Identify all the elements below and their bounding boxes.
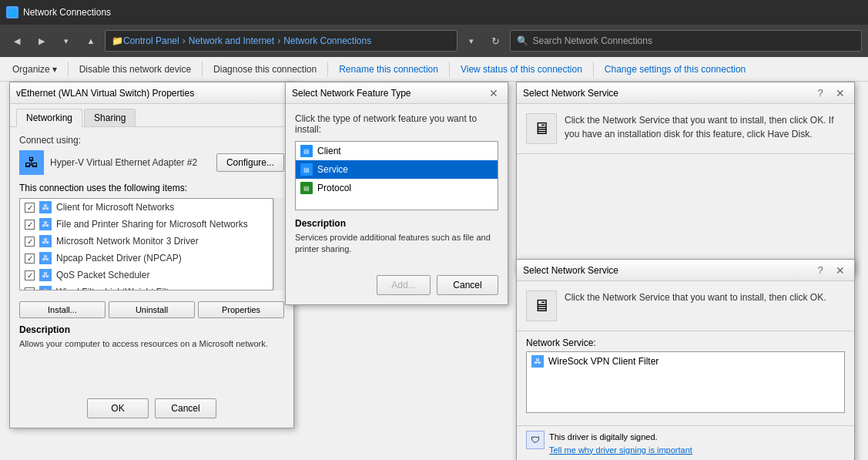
list-item[interactable]: ✓ 🖧 QoS Packet Scheduler	[20, 267, 273, 284]
back-button[interactable]: ◀	[6, 30, 28, 52]
up-button[interactable]: ▲	[80, 30, 102, 52]
main-area: vEthernet (WLAN Virtual Switch) Properti…	[0, 82, 868, 460]
checkbox-fileshare[interactable]: ✓	[25, 220, 35, 230]
checkbox-qos[interactable]: ✓	[25, 270, 35, 280]
properties-button[interactable]: Properties	[198, 301, 284, 318]
feature-content: Click the type of network feature you wa…	[286, 104, 508, 274]
list-item[interactable]: ✓ 🖧 File and Printer Sharing for Microso…	[20, 216, 273, 233]
qos-icon: 🖧	[39, 269, 52, 281]
address-control-panel[interactable]: Control Panel	[123, 35, 179, 46]
toolbar-separator-5	[593, 62, 594, 77]
address-box[interactable]: 📁 Control Panel › Network and Internet ›…	[105, 30, 457, 52]
refresh-button[interactable]: ↻	[485, 30, 507, 52]
install-button[interactable]: Install...	[19, 301, 106, 318]
service-front-help-button[interactable]: ?	[813, 263, 828, 278]
view-status-button[interactable]: View status of this connection	[454, 61, 588, 78]
tab-networking[interactable]: Networking	[16, 109, 82, 127]
list-item[interactable]: ✓ 🖧 Microsoft Network Monitor 3 Driver	[20, 233, 273, 250]
feature-item-protocol[interactable]: ▤ Protocol	[296, 179, 498, 197]
checkbox-client[interactable]: ✓	[25, 203, 35, 213]
forward-button[interactable]: ▶	[31, 30, 52, 52]
adapter-row: 🖧 Hyper-V Virtual Ethernet Adapter #2 Co…	[19, 150, 284, 175]
scrollbar[interactable]	[273, 198, 284, 290]
item-npcap: Npcap Packet Driver (NPCAP)	[56, 253, 182, 264]
feature-desc-section: Description Services provide additional …	[295, 218, 498, 256]
driver-link[interactable]: Tell me why driver signing is important	[549, 444, 692, 457]
uninstall-button[interactable]: Uninstall	[109, 301, 195, 318]
service-back-desc: Click the Network Service that you want …	[565, 113, 845, 141]
feature-dialog: Select Network Feature Type ✕ Click the …	[285, 82, 508, 305]
toolbar-separator-2	[202, 62, 203, 77]
item-monitor: Microsoft Network Monitor 3 Driver	[56, 236, 199, 247]
client-icon: 🖧	[39, 201, 52, 213]
driver-signed-label: This driver is digitally signed.	[549, 431, 692, 444]
props-cancel-button[interactable]: Cancel	[155, 398, 216, 418]
service-back-help-button[interactable]: ?	[813, 86, 828, 101]
toolbar-separator-3	[327, 62, 328, 77]
folder-icon: 📁	[112, 35, 123, 46]
down-button[interactable]: ▾	[55, 30, 77, 52]
feature-item-service[interactable]: ▤ Service	[296, 160, 498, 179]
action-buttons: Install... Uninstall Properties	[19, 301, 284, 318]
add-button[interactable]: Add...	[377, 275, 431, 295]
feature-desc-title: Description	[295, 218, 498, 229]
title-bar-text: Network Connections	[23, 7, 111, 18]
toolbar-separator-4	[449, 62, 450, 77]
list-item[interactable]: ✓ 🖧 Npcap Packet Driver (NPCAP)	[20, 250, 273, 267]
checkbox-npcap[interactable]: ✓	[25, 254, 35, 264]
service-back-close-button[interactable]: ✕	[833, 86, 848, 101]
checkbox-monitor[interactable]: ✓	[25, 237, 35, 247]
driver-signed-icon: 🛡	[526, 431, 545, 449]
props-title: vEthernet (WLAN Virtual Switch) Properti…	[16, 88, 287, 99]
tab-sharing[interactable]: Sharing	[84, 109, 136, 126]
service-type-icon: ▤	[300, 163, 313, 176]
feature-close-button[interactable]: ✕	[486, 86, 501, 101]
disable-button[interactable]: Disable this network device	[73, 61, 197, 78]
configure-button[interactable]: Configure...	[216, 153, 284, 172]
feature-protocol-label: Protocol	[317, 183, 351, 193]
service-front-title: Select Network Service	[523, 265, 808, 276]
list-item[interactable]: ✓ 🖧 WinpkFilter LightWeight Filter	[20, 284, 273, 290]
search-box[interactable]: 🔍 Search Network Connections	[510, 30, 863, 52]
feature-client-label: Client	[317, 146, 341, 156]
service-back-titlebar: Select Network Service ? ✕	[517, 82, 854, 104]
adapter-icon: 🖧	[19, 150, 44, 175]
connect-using-label: Connect using:	[19, 135, 284, 146]
address-dropdown-button[interactable]: ▾	[461, 30, 482, 52]
address-network-internet[interactable]: Network and Internet	[189, 35, 274, 46]
service-list-label: Network Service:	[526, 337, 845, 348]
service-list-item[interactable]: 🖧 WireSock VPN Client Filter	[527, 352, 844, 371]
organize-button[interactable]: Organize ▾	[6, 61, 63, 78]
winpk-icon: 🖧	[39, 286, 52, 290]
service-front-content: Network Service: 🖧 WireSock VPN Client F…	[517, 331, 854, 425]
app-icon: 🌐	[6, 6, 18, 18]
service-dialog-front: Select Network Service ? ✕ 🖥 Click the N…	[516, 259, 855, 460]
props-content: Connect using: 🖧 Hyper-V Virtual Etherne…	[10, 127, 293, 364]
toolbar: Organize ▾ Disable this network device D…	[0, 57, 868, 82]
checkbox-winpk[interactable]: ✓	[25, 287, 35, 291]
feature-item-client[interactable]: ▤ Client	[296, 142, 498, 160]
change-settings-button[interactable]: Change settings of this connection	[598, 61, 752, 78]
service-front-icon: 🖥	[526, 290, 557, 321]
feature-desc-body: Services provide additional features suc…	[295, 232, 498, 256]
tab-bar: Networking Sharing	[10, 104, 293, 127]
service-front-close-button[interactable]: ✕	[833, 263, 848, 278]
item-winpk: WinpkFilter LightWeight Filter	[56, 287, 177, 290]
service-list: 🖧 WireSock VPN Client Filter	[526, 351, 845, 413]
diagnose-button[interactable]: Diagnose this connection	[207, 61, 323, 78]
props-ok-button[interactable]: OK	[87, 398, 149, 418]
props-ok-cancel: OK Cancel	[10, 398, 293, 418]
address-bar: ◀ ▶ ▾ ▲ 📁 Control Panel › Network and In…	[0, 25, 868, 57]
description-box: Description Allows your computer to acce…	[19, 324, 284, 350]
items-label: This connection uses the following items…	[19, 183, 284, 193]
description-text: Allows your computer to access resources…	[19, 338, 284, 350]
fileshare-icon: 🖧	[39, 218, 52, 230]
address-network-connections[interactable]: Network Connections	[283, 35, 371, 46]
list-item[interactable]: ✓ 🖧 Client for Microsoft Networks	[20, 199, 273, 216]
feature-cancel-button[interactable]: Cancel	[437, 275, 498, 295]
description-label: Description	[19, 324, 284, 335]
protocol-type-icon: ▤	[300, 182, 313, 194]
service-back-icon: 🖥	[526, 113, 557, 144]
search-icon: 🔍	[517, 35, 528, 46]
rename-button[interactable]: Rename this connection	[333, 61, 444, 78]
